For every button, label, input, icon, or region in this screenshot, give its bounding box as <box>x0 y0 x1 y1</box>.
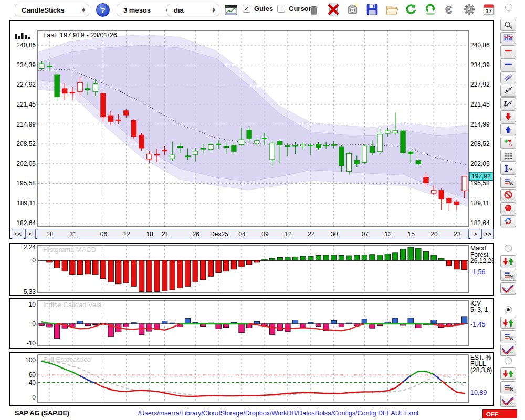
cursor-checkbox[interactable]: Cursor <box>277 5 311 13</box>
settings-gear-icon[interactable] <box>462 2 477 17</box>
svg-text:%: % <box>509 181 513 186</box>
date-tick-label: 09 <box>256 230 274 238</box>
macd-panel-radio[interactable] <box>505 245 512 252</box>
refresh-icon[interactable] <box>404 2 418 17</box>
svg-text:208,52: 208,52 <box>16 140 36 148</box>
svg-text:Indice Calidad Vela: Indice Calidad Vela <box>43 301 102 309</box>
main-chart-panel: 240,86240,86234,39234,39227,92227,92221,… <box>9 20 494 239</box>
svg-text:10: 10 <box>29 301 36 308</box>
date-tick-label: 20 <box>425 230 443 238</box>
stochastic-panel: 10060400Full EstocasticoEST. %FULL(28,3,… <box>9 352 494 406</box>
stoch-levels-percent-button[interactable]: % <box>500 381 516 393</box>
icv-curves-button[interactable] <box>500 344 516 356</box>
date-tick-label: 12 <box>118 230 135 238</box>
snapshot-icon[interactable] <box>345 2 360 17</box>
trendline-button[interactable] <box>500 85 516 97</box>
stochastic-canvas[interactable]: 10060400Full EstocasticoEST. %FULL(28,3,… <box>10 353 493 405</box>
date-tick-label: 07 <box>356 230 374 238</box>
svg-text:182,64: 182,64 <box>470 219 490 227</box>
svg-text:0: 0 <box>32 320 36 328</box>
svg-text:-1,56: -1,56 <box>470 268 486 276</box>
zoom-button[interactable] <box>500 19 516 31</box>
delete-icon[interactable] <box>326 2 341 17</box>
interval-select[interactable]: dia ▲▼ <box>167 4 219 16</box>
guies-checkbox[interactable]: ✓ Guies <box>243 5 273 13</box>
stoch-signal-arrows-button[interactable] <box>500 368 516 380</box>
icv-signal-arrows-button[interactable] <box>500 317 516 329</box>
sigma-trendline-button[interactable]: Σ <box>500 97 516 109</box>
macd-signal-arrows-button[interactable] <box>500 255 516 267</box>
nav-last-button[interactable]: >> <box>481 229 494 239</box>
icv-levels-percent-button[interactable]: % <box>500 330 516 342</box>
levels-percent-button[interactable]: % <box>500 176 516 188</box>
svg-text:60: 60 <box>29 371 36 379</box>
svg-text:195,58: 195,58 <box>16 180 36 187</box>
svg-text:240,86: 240,86 <box>16 41 36 49</box>
save-icon[interactable] <box>365 2 380 17</box>
checkbox-checked-icon[interactable]: ✓ <box>243 5 250 13</box>
add-signal-button[interactable] <box>500 136 516 149</box>
main-chart-radio[interactable] <box>505 4 512 11</box>
date-tick-label: 21 <box>156 230 174 238</box>
up-arrow-button[interactable] <box>500 123 516 135</box>
nav-prev-button[interactable]: < <box>25 229 36 239</box>
forbidden-button[interactable] <box>500 189 516 201</box>
date-tick-label: 12 <box>279 230 297 238</box>
date-tick-label: 31 <box>64 230 82 238</box>
macd-canvas[interactable]: 2,240-5,33Histgrama MACDMacdForest26,12,… <box>10 244 493 295</box>
euro-icon[interactable]: € <box>443 2 457 17</box>
date-tick-label: 12 <box>379 230 397 238</box>
mini-histogram-icon <box>15 33 30 39</box>
main-chart-canvas[interactable]: 240,86240,86234,39234,39227,92227,92221,… <box>10 21 493 228</box>
icv-canvas[interactable]: 100-10Indice Calidad VelaICV5, 3, 1-1,45 <box>10 299 493 348</box>
chevron-updown-icon: ▲▼ <box>212 7 216 13</box>
svg-text:227,92: 227,92 <box>470 81 490 88</box>
stoch-curves-button[interactable] <box>500 395 516 407</box>
chart-application-window: CandleSticks ▲▼ ? 3 mesos ▲▼ dia ▲▼ n,n … <box>0 0 525 420</box>
indicator-panel-button[interactable] <box>500 32 516 44</box>
stoch-panel-radio[interactable] <box>505 357 512 364</box>
period-value: 3 mesos <box>123 6 151 14</box>
chart-type-value: CandleSticks <box>22 6 65 14</box>
channel-button[interactable] <box>500 71 516 83</box>
open-folder-icon[interactable] <box>384 2 399 17</box>
date-tick-label: 06 <box>94 230 112 238</box>
calendar-icon[interactable]: 17 <box>481 2 496 17</box>
icv-panel-radio[interactable] <box>505 306 512 313</box>
date-tick-label: 30 <box>326 230 343 238</box>
macd-curves-button[interactable] <box>500 282 516 295</box>
measure-percent-button[interactable]: % <box>500 163 516 175</box>
checkbox-unchecked-icon[interactable] <box>277 5 285 13</box>
macd-levels-percent-button[interactable]: % <box>500 269 516 281</box>
svg-text:€: € <box>445 3 452 16</box>
help-button[interactable]: ? <box>96 3 110 17</box>
date-axis-strip[interactable]: 28310612182126Des2504091222300712152023 <box>37 229 469 239</box>
chart-window-button[interactable]: n,n <box>225 5 237 15</box>
date-tick-label: 23 <box>448 230 466 238</box>
svg-text:182,64: 182,64 <box>16 219 36 227</box>
chart-type-select[interactable]: CandleSticks ▲▼ <box>15 4 89 16</box>
down-arrow-button[interactable] <box>500 110 516 122</box>
nav-next-button[interactable]: > <box>470 229 480 239</box>
date-tick-label: 04 <box>233 230 251 238</box>
svg-text:208,52: 208,52 <box>470 140 490 148</box>
off-indicator[interactable]: OFF <box>482 410 517 418</box>
date-tick-label: 26 <box>187 230 205 238</box>
svg-text:-5,33: -5,33 <box>22 288 36 295</box>
period-select[interactable]: 3 mesos ▲▼ <box>117 4 173 16</box>
svg-text:227,92: 227,92 <box>16 81 36 88</box>
blue-line-button[interactable] <box>500 58 516 70</box>
record-button[interactable] <box>500 202 516 214</box>
nav-first-button[interactable]: << <box>12 229 24 239</box>
trash-icon[interactable] <box>307 2 321 17</box>
svg-text:100: 100 <box>25 356 36 364</box>
sync-icon[interactable] <box>423 2 438 17</box>
dashed-levels-button[interactable] <box>500 150 516 162</box>
swap-arrows-button[interactable] <box>500 215 516 227</box>
svg-text:%: % <box>509 335 513 341</box>
red-line-button[interactable] <box>500 45 516 57</box>
config-path-label: /Users/mserra/Library/CloudStorage/Dropb… <box>79 410 478 417</box>
svg-text:214,99: 214,99 <box>470 121 490 128</box>
svg-text:10,89: 10,89 <box>470 389 487 396</box>
date-tick-label: 15 <box>402 230 420 238</box>
